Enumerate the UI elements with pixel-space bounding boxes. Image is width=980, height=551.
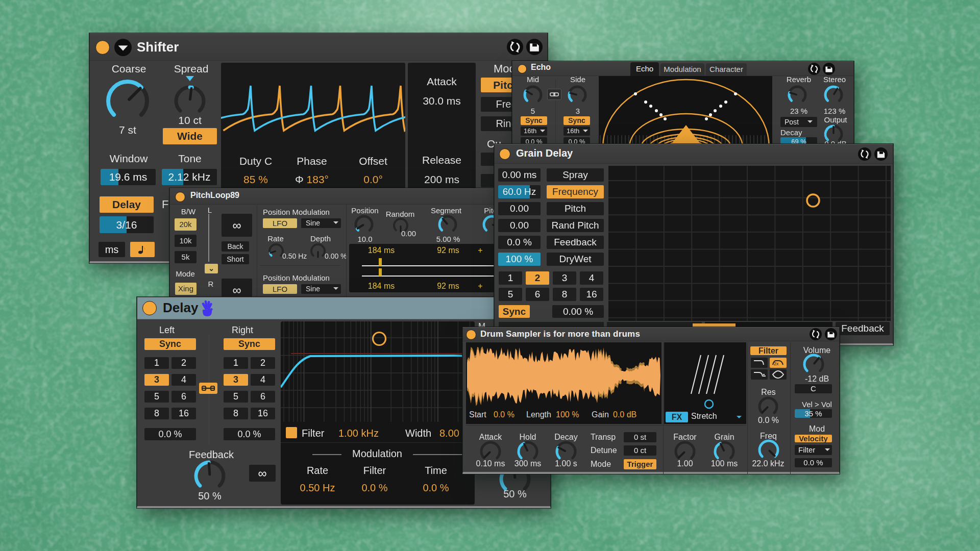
- svg-text:2x: 2x: [774, 361, 779, 366]
